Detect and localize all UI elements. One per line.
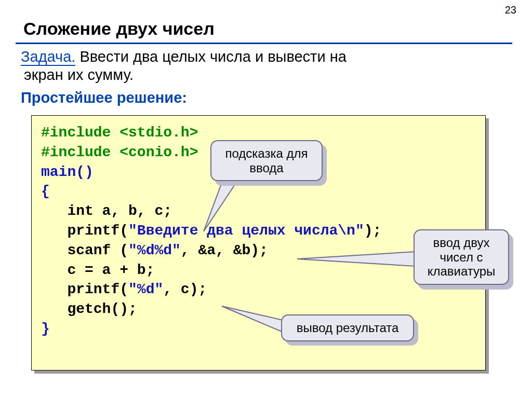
- code-main: main(): [41, 164, 94, 180]
- code-printf2-str: "%d": [128, 281, 163, 297]
- code-close-brace: }: [41, 321, 50, 337]
- slide-title: Сложение двух чисел: [23, 19, 215, 39]
- callout-input: ввод двух чисел с клавиатуры: [414, 229, 509, 285]
- code-include-2: #include <conio.h>: [41, 144, 198, 160]
- svg-marker-1: [297, 252, 416, 266]
- task-text-2: экран их сумму.: [24, 66, 134, 83]
- task-block: Задача. Ввести два целых числа и вывести…: [21, 48, 347, 85]
- svg-marker-2: [222, 306, 285, 333]
- callout-input-tail: [296, 250, 417, 268]
- code-printf2-a: printf(: [41, 281, 128, 297]
- code-line-sum: c = a + b;: [41, 262, 154, 278]
- code-scanf-a: scanf (: [41, 242, 128, 258]
- code-line-decl: int a, b, c;: [41, 203, 172, 219]
- code-printf1-str: "Введите два целых числа\n": [128, 223, 364, 239]
- code-printf2-c: , c);: [163, 281, 207, 297]
- code-printf1-a: printf(: [41, 223, 128, 239]
- callout-output-tail: [221, 305, 288, 335]
- callout-output: вывод результата: [281, 314, 414, 341]
- code-scanf-str: "%d%d": [128, 242, 181, 258]
- code-scanf-c: , &a, &b);: [181, 242, 268, 258]
- code-open-brace: {: [41, 183, 50, 199]
- task-label: Задача.: [21, 48, 75, 66]
- callout-hint-text: подсказка для ввода: [221, 146, 312, 175]
- title-underline: [16, 43, 512, 44]
- solution-label: Простейшее решение:: [21, 89, 187, 106]
- svg-marker-0: [204, 179, 239, 231]
- code-getch: getch();: [41, 301, 137, 317]
- code-include-1: #include <stdio.h>: [41, 125, 198, 141]
- callout-output-text: вывод результата: [297, 321, 399, 335]
- callout-hint: подсказка для ввода: [210, 140, 323, 181]
- task-text-1: Ввести два целых числа и вывести на: [75, 48, 346, 65]
- callout-input-text: ввод двух чисел с клавиатуры: [424, 236, 499, 279]
- page-number: 23: [505, 4, 516, 16]
- code-printf1-c: );: [364, 223, 382, 239]
